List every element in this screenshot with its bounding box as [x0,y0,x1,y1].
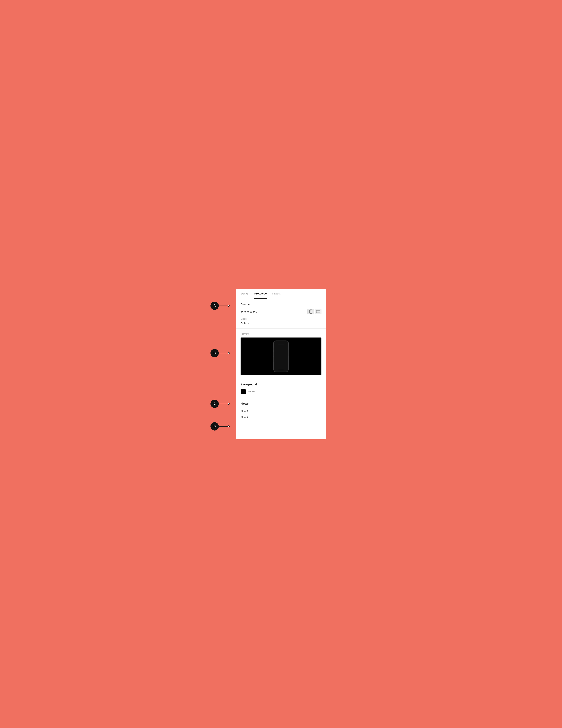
device-name: iPhone 11 Pro [240,310,257,313]
background-section-title: Background [240,383,322,386]
preview-label: Preview [240,332,322,335]
tab-prototype[interactable]: Prototype [254,289,267,299]
annotation-line-b [219,353,228,353]
annotation-dot-b [228,352,230,354]
chevron-down-icon: ⌄ [258,310,260,313]
landscape-orientation-button[interactable] [315,309,322,314]
device-selector[interactable]: iPhone 11 Pro ⌄ [240,310,260,313]
annotation-circle-d: D [210,422,219,431]
model-chevron-icon: ⌄ [248,322,249,324]
svg-rect-9 [273,357,274,362]
preview-box [240,338,322,375]
svg-rect-10 [288,350,289,356]
flows-section-title: Flows [240,402,322,405]
annotation-line-d [219,426,228,427]
annotation-dot-c [228,403,230,405]
model-label: Model [240,317,322,320]
landscape-icon [316,310,320,313]
orientation-buttons [308,309,322,314]
annotation-dot-d [228,425,230,427]
annotation-line-a [219,306,228,306]
annotation-line-c [219,404,228,404]
tab-inspect[interactable]: Inspect [271,289,281,299]
phone-mockup-svg [272,340,290,372]
svg-rect-4 [274,341,288,372]
annotation-circle-c: C [210,400,219,408]
annotation-b: B [210,349,230,357]
model-selector[interactable]: Gold ⌄ [240,322,322,325]
annotation-circle-b: B [210,349,219,357]
background-section: Background 000000 [236,379,326,398]
portrait-orientation-button[interactable] [308,309,314,314]
svg-rect-8 [273,352,274,356]
annotation-dot-a [228,305,230,307]
svg-rect-11 [278,370,284,370]
device-section-title: Device [240,303,322,306]
flows-section: Flows Flow 1 Flow 2 [236,398,326,424]
svg-rect-7 [273,347,274,350]
empty-section [236,424,326,439]
tab-bar: Design Prototype Inspect [236,289,326,299]
device-section: Device iPhone 11 Pro ⌄ [236,299,326,329]
flow-item-2[interactable]: Flow 2 [240,414,322,420]
annotation-c: C [210,400,230,408]
bg-row: 000000 [240,389,322,394]
annotation-circle-a: A [210,302,219,310]
svg-rect-2 [317,310,320,313]
main-panel: Design Prototype Inspect Device iPhone 1… [236,289,326,439]
svg-rect-6 [278,341,284,344]
color-swatch[interactable] [240,389,246,394]
portrait-icon [310,310,312,314]
flow-item-1[interactable]: Flow 1 [240,408,322,414]
model-name: Gold [240,322,246,325]
device-row: iPhone 11 Pro ⌄ [240,309,322,314]
color-value: 000000 [248,390,256,393]
tab-design[interactable]: Design [240,289,249,299]
preview-section: Preview [236,329,326,379]
annotation-d: D [210,422,230,431]
annotation-a: A [210,302,230,310]
